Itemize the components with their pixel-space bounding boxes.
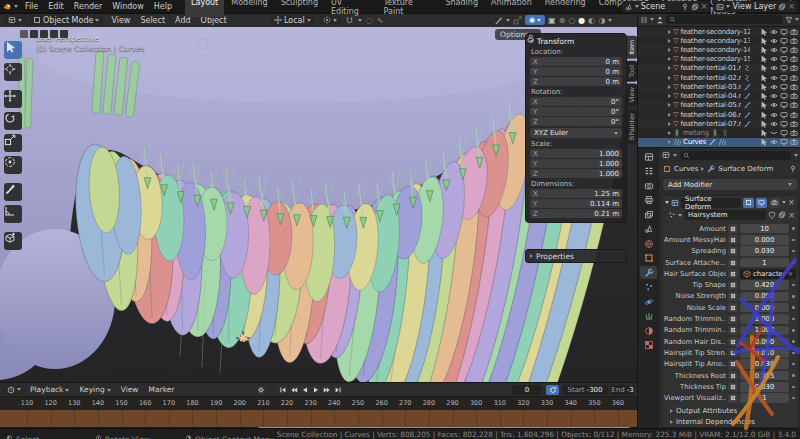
- disable-render-icon[interactable]: [790, 83, 798, 91]
- rotation-z-field[interactable]: Z0°: [530, 117, 622, 126]
- input-attribute-toggle[interactable]: [728, 224, 738, 233]
- properties-tab-world[interactable]: [640, 237, 657, 250]
- modifier-remove-icon[interactable]: ×: [788, 198, 795, 207]
- auto-keying-sync-button[interactable]: [546, 385, 559, 395]
- rotation-y-field[interactable]: Y0°: [530, 107, 622, 116]
- expand-icon[interactable]: [668, 66, 671, 70]
- outliner-row-feather-secondary-14-r[interactable]: ▽ feather-secondary-14.r: [638, 45, 800, 54]
- hide-eye-icon[interactable]: [770, 28, 778, 36]
- disable-viewport-icon[interactable]: [780, 46, 788, 54]
- selectable-icon[interactable]: [760, 111, 768, 119]
- disable-render-icon[interactable]: [790, 120, 798, 128]
- dimension-x-field[interactable]: X1.25 m: [530, 189, 622, 198]
- tool-move[interactable]: [4, 90, 22, 108]
- input-attribute-toggle[interactable]: [728, 258, 738, 267]
- selectable-icon[interactable]: [760, 37, 768, 45]
- animate-decorator[interactable]: [791, 352, 796, 355]
- hide-eye-icon[interactable]: [770, 83, 778, 91]
- param-value-field[interactable]: 0.030: [740, 246, 789, 256]
- selectable-icon[interactable]: [760, 138, 768, 146]
- animate-decorator[interactable]: [791, 239, 796, 242]
- disable-viewport-icon[interactable]: [780, 64, 788, 72]
- properties-editor-type-button[interactable]: [640, 150, 657, 163]
- input-attribute-toggle[interactable]: [728, 247, 738, 256]
- disable-render-icon[interactable]: [790, 55, 798, 63]
- scale-x-field[interactable]: X1.000: [530, 149, 622, 158]
- outliner-row-feather-tertial-02-r[interactable]: ▽ feather-tertial-02.r: [638, 73, 800, 82]
- disable-viewport-icon[interactable]: [780, 129, 788, 137]
- animate-decorator[interactable]: [791, 284, 796, 287]
- jump-to-next-keyframe-button[interactable]: [322, 385, 332, 395]
- timeline-menu-keying[interactable]: Keying: [74, 385, 115, 394]
- node-group-name-field[interactable]: Hairsystem: [684, 210, 766, 220]
- selectable-icon[interactable]: [760, 64, 768, 72]
- snap-magnet-icon[interactable]: [345, 16, 354, 25]
- node-group-browse-chevron[interactable]: [678, 214, 682, 217]
- selectable-icon[interactable]: [760, 28, 768, 36]
- show-overlays-toggle[interactable]: ▣: [548, 16, 556, 25]
- show-gizmo-toggle[interactable]: ◉: [525, 15, 545, 25]
- scale-y-field[interactable]: Y1.000: [530, 159, 622, 168]
- mode-selector[interactable]: Object Mode: [29, 15, 103, 26]
- jump-to-end-button[interactable]: [333, 385, 343, 395]
- disable-render-icon[interactable]: [790, 37, 798, 45]
- modifier-realtime-toggle[interactable]: [756, 198, 767, 208]
- input-attribute-toggle[interactable]: [728, 269, 738, 278]
- view-layer-selector[interactable]: View Layer ×: [713, 1, 798, 12]
- dimension-y-field[interactable]: Y0.114 m: [530, 199, 622, 208]
- jump-to-prev-keyframe-button[interactable]: [289, 385, 299, 395]
- selectable-icon[interactable]: [760, 46, 768, 54]
- animate-decorator[interactable]: [791, 340, 796, 343]
- workspace-tab-animation[interactable]: Animation: [485, 0, 538, 17]
- blender-logo-icon[interactable]: [3, 2, 12, 11]
- hide-eye-closed-icon[interactable]: [770, 129, 778, 137]
- disable-viewport-icon[interactable]: [780, 83, 788, 91]
- properties-options-chevron[interactable]: [794, 154, 798, 157]
- properties-tab-view-layer[interactable]: [640, 208, 657, 221]
- properties-tab-physics[interactable]: [640, 295, 657, 308]
- scale-z-field[interactable]: Z1.000: [530, 169, 622, 178]
- shading-wireframe-icon[interactable]: ○: [568, 16, 575, 25]
- new-view-layer-icon[interactable]: [778, 3, 786, 11]
- workspace-tab-rendering[interactable]: Rendering: [539, 0, 592, 17]
- selectable-icon[interactable]: [760, 74, 768, 82]
- animate-decorator[interactable]: [791, 250, 796, 253]
- param-value-field[interactable]: 0.000: [740, 292, 789, 302]
- modifier-render-toggle[interactable]: [769, 198, 780, 208]
- outliner-row-feather-secondary-15-r[interactable]: ▽ feather-secondary-15.r: [638, 55, 800, 64]
- expand-icon[interactable]: [668, 48, 671, 52]
- dimension-z-field[interactable]: Z0.21 m: [530, 209, 622, 218]
- clear-object-icon[interactable]: ×: [788, 270, 794, 278]
- input-attribute-toggle[interactable]: [728, 303, 738, 312]
- animate-decorator[interactable]: [791, 295, 796, 298]
- animate-decorator[interactable]: [791, 318, 796, 321]
- current-frame-field[interactable]: 0: [512, 385, 542, 395]
- input-attribute-toggle[interactable]: [728, 235, 738, 244]
- expand-icon[interactable]: [668, 39, 671, 43]
- expand-icon[interactable]: [668, 76, 671, 80]
- location-y-field[interactable]: Y0 m: [530, 67, 622, 76]
- input-attribute-toggle[interactable]: [728, 281, 738, 290]
- param-value-field[interactable]: 1.000: [740, 314, 789, 324]
- new-scene-icon[interactable]: [691, 3, 699, 11]
- timeline-menu-view[interactable]: View: [116, 385, 144, 394]
- location-z-field[interactable]: Z0 m: [530, 77, 622, 86]
- expand-icon[interactable]: [668, 131, 671, 135]
- disable-viewport-icon[interactable]: [780, 92, 788, 100]
- workspace-tab-modeling[interactable]: Modeling: [225, 0, 273, 17]
- unlink-node-group-icon[interactable]: ×: [788, 211, 795, 220]
- properties-tab-object-data[interactable]: [640, 310, 657, 323]
- selectable-icon[interactable]: [760, 120, 768, 128]
- expand-icon[interactable]: [668, 57, 671, 61]
- hide-eye-icon[interactable]: [770, 74, 778, 82]
- selectable-icon[interactable]: [760, 129, 768, 137]
- properties-editor-chevron[interactable]: [673, 154, 677, 157]
- snap-options-chevron[interactable]: [358, 19, 362, 22]
- tool-select-box[interactable]: [4, 41, 22, 59]
- workspace-tab-layout[interactable]: Layout: [185, 0, 224, 17]
- scene-selector[interactable]: Scene ×: [622, 1, 711, 12]
- rotation-mode-dropdown[interactable]: XYZ Euler: [530, 128, 622, 138]
- input-attribute-toggle[interactable]: [728, 292, 738, 301]
- shading-rendered-icon[interactable]: ◑: [598, 16, 605, 25]
- n-panel-tab-bpainter[interactable]: BPainter: [627, 109, 637, 144]
